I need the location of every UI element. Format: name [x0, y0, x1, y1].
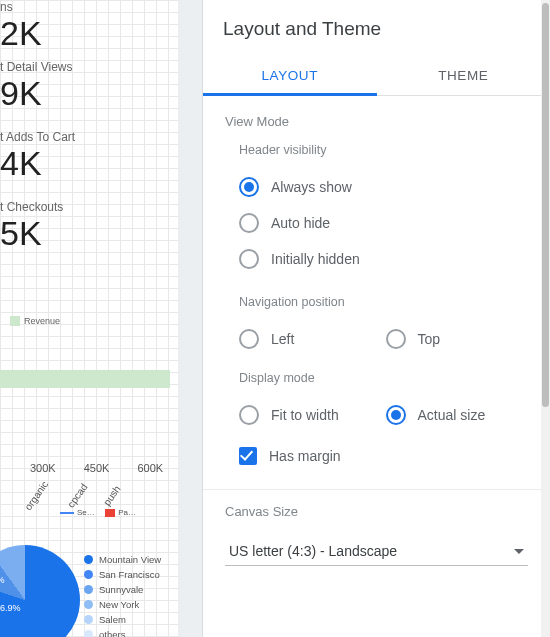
group-title-header-visibility: Header visibility: [239, 143, 528, 157]
radio-label: Always show: [271, 179, 352, 195]
radio-nav-top[interactable]: Top: [386, 321, 529, 357]
pane-gap: [178, 0, 202, 637]
radio-icon: [239, 177, 259, 197]
revenue-legend: Revenue: [10, 316, 60, 326]
radio-fit-to-width[interactable]: Fit to width: [239, 397, 382, 433]
section-title: View Mode: [225, 114, 528, 129]
axis-tick: 300K: [30, 462, 56, 474]
category-labels: organic cpcad push: [20, 490, 131, 501]
panel-tabs: LAYOUT THEME: [203, 56, 550, 96]
group-title-navigation-position: Navigation position: [239, 295, 528, 309]
bar-segment: [0, 370, 170, 388]
group-title-display-mode: Display mode: [239, 371, 528, 385]
stat-block: t Detail Views 9K: [0, 60, 72, 113]
legend-text: others: [99, 627, 125, 637]
pie-legend: Mountain View San Francisco Sunnyvale Ne…: [84, 552, 161, 637]
legend-text: Se…: [77, 508, 95, 517]
stat-label: ns: [0, 0, 42, 14]
legend-swatch: [10, 316, 20, 326]
legend-dot: [84, 585, 93, 594]
section-title: Canvas Size: [225, 504, 528, 519]
square-swatch: [105, 509, 115, 517]
radio-label: Initially hidden: [271, 251, 360, 267]
axis-ticks: 300K 450K 600K: [0, 462, 178, 474]
checkbox-icon: [239, 447, 257, 465]
legend-text: Sunnyvale: [99, 582, 143, 597]
radio-label: Fit to width: [271, 407, 339, 423]
view-mode-section: View Mode Header visibility Always show …: [203, 96, 550, 481]
radio-icon: [386, 329, 406, 349]
stat-block: ns 2K: [0, 0, 42, 53]
legend-dot: [84, 555, 93, 564]
panel-title: Layout and Theme: [203, 0, 550, 56]
legend-text: Salem: [99, 612, 126, 627]
radio-label: Left: [271, 331, 294, 347]
stat-block: t Checkouts 5K: [0, 200, 63, 253]
checkbox-label: Has margin: [269, 448, 341, 464]
radio-icon: [239, 213, 259, 233]
line-swatch: [60, 512, 74, 514]
radio-label: Actual size: [418, 407, 486, 423]
panel-scroll-thumb[interactable]: [542, 3, 549, 407]
layout-theme-panel: Layout and Theme LAYOUT THEME View Mode …: [202, 0, 550, 637]
stat-value: 4K: [0, 144, 75, 183]
legend-dot: [84, 600, 93, 609]
radio-auto-hide[interactable]: Auto hide: [225, 205, 528, 241]
legend-text: San Francisco: [99, 567, 160, 582]
legend-text: Pa…: [118, 508, 136, 517]
radio-always-show[interactable]: Always show: [225, 169, 528, 205]
report-canvas: ns 2K t Detail Views 9K t Adds To Cart 4…: [0, 0, 178, 637]
stat-value: 9K: [0, 74, 72, 113]
dropdown-value: US letter (4:3) - Landscape: [229, 543, 397, 559]
tab-theme[interactable]: THEME: [377, 56, 551, 95]
legend-text: Revenue: [24, 316, 60, 326]
pie-slice-label: 6.9%: [0, 603, 21, 613]
series-legend: Se… Pa…: [60, 508, 136, 517]
axis-tick: 450K: [84, 462, 110, 474]
stat-label: t Adds To Cart: [0, 130, 75, 144]
stat-value: 2K: [0, 14, 42, 53]
chevron-down-icon: [514, 549, 524, 554]
axis-tick: 600K: [137, 462, 163, 474]
radio-initially-hidden[interactable]: Initially hidden: [225, 241, 528, 277]
legend-text: Mountain View: [99, 552, 161, 567]
stat-label: t Detail Views: [0, 60, 72, 74]
radio-icon: [386, 405, 406, 425]
canvas-size-section: Canvas Size: [203, 490, 550, 521]
radio-label: Top: [418, 331, 441, 347]
checkbox-has-margin[interactable]: Has margin: [225, 439, 528, 473]
legend-dot: [84, 570, 93, 579]
panel-scroll-track[interactable]: [541, 0, 550, 637]
stat-block: t Adds To Cart 4K: [0, 130, 75, 183]
radio-label: Auto hide: [271, 215, 330, 231]
radio-actual-size[interactable]: Actual size: [386, 397, 529, 433]
radio-icon: [239, 405, 259, 425]
legend-text: New York: [99, 597, 139, 612]
stat-label: t Checkouts: [0, 200, 63, 214]
pie-slice-label: 7.6%: [0, 575, 5, 585]
legend-dot: [84, 615, 93, 624]
canvas-size-dropdown[interactable]: US letter (4:3) - Landscape: [225, 533, 528, 566]
legend-dot: [84, 630, 93, 637]
radio-icon: [239, 329, 259, 349]
stat-value: 5K: [0, 214, 63, 253]
radio-nav-left[interactable]: Left: [239, 321, 382, 357]
radio-icon: [239, 249, 259, 269]
tab-layout[interactable]: LAYOUT: [203, 56, 377, 95]
